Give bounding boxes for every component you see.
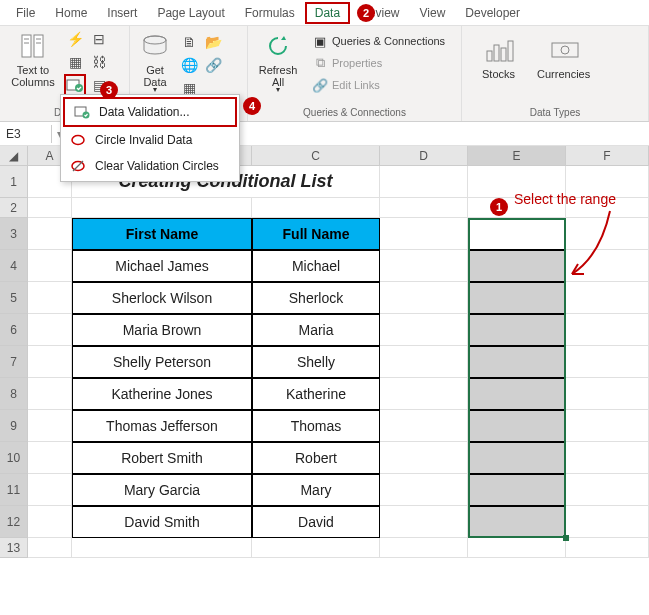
cell[interactable] — [28, 474, 72, 506]
cell[interactable] — [566, 506, 649, 538]
cell[interactable] — [380, 506, 468, 538]
cell[interactable] — [28, 314, 72, 346]
table-cell[interactable]: Maria Brown — [72, 314, 252, 346]
menu-circle-invalid[interactable]: Circle Invalid Data — [61, 127, 239, 153]
table-cell[interactable]: David — [252, 506, 380, 538]
cell[interactable] — [28, 198, 72, 218]
name-box[interactable]: E3 — [0, 125, 52, 143]
col-header-c[interactable]: C — [252, 146, 380, 166]
table-cell[interactable]: Mary Garcia — [72, 474, 252, 506]
tab-home[interactable]: Home — [45, 2, 97, 24]
cell[interactable] — [28, 378, 72, 410]
cell-selected-active[interactable] — [468, 218, 566, 250]
table-cell[interactable]: Shelly — [252, 346, 380, 378]
table-cell[interactable]: Katherine Jones — [72, 378, 252, 410]
row-header[interactable]: 4 — [0, 250, 28, 282]
cell[interactable] — [566, 314, 649, 346]
table-cell[interactable]: Mary — [252, 474, 380, 506]
row-header[interactable]: 13 — [0, 538, 28, 558]
row-header[interactable]: 5 — [0, 282, 28, 314]
cell[interactable] — [380, 474, 468, 506]
table-cell[interactable]: Thomas — [252, 410, 380, 442]
cell-selected[interactable] — [468, 410, 566, 442]
cell-selected[interactable] — [468, 378, 566, 410]
queries-connections-button[interactable]: ▣ Queries & Connections — [308, 31, 449, 51]
tab-data[interactable]: Data — [305, 2, 350, 24]
selection-handle[interactable] — [563, 535, 569, 541]
cell-selected[interactable] — [468, 506, 566, 538]
cell-selected[interactable] — [468, 282, 566, 314]
from-text-csv-button[interactable]: 🗎 — [178, 31, 200, 53]
menu-data-validation[interactable]: Data Validation... — [63, 97, 237, 127]
table-cell[interactable]: Michael James — [72, 250, 252, 282]
col-header-d[interactable]: D — [380, 146, 468, 166]
cell[interactable] — [380, 250, 468, 282]
row-header[interactable]: 8 — [0, 378, 28, 410]
tab-formulas[interactable]: Formulas — [235, 2, 305, 24]
cell-selected[interactable] — [468, 474, 566, 506]
cell-selected[interactable] — [468, 442, 566, 474]
table-cell[interactable]: Katherine — [252, 378, 380, 410]
cell[interactable] — [380, 166, 468, 198]
cell[interactable] — [566, 346, 649, 378]
cell[interactable] — [380, 538, 468, 558]
menu-clear-circles[interactable]: Clear Validation Circles — [61, 153, 239, 179]
cell[interactable] — [380, 314, 468, 346]
cell[interactable] — [28, 250, 72, 282]
cell[interactable] — [566, 378, 649, 410]
cell[interactable] — [72, 538, 252, 558]
tab-insert[interactable]: Insert — [97, 2, 147, 24]
cell[interactable] — [380, 378, 468, 410]
cell[interactable] — [380, 346, 468, 378]
flash-fill-button[interactable]: ⚡ — [64, 28, 86, 50]
refresh-all-button[interactable]: Refresh All ▾ — [252, 28, 304, 97]
cell[interactable] — [566, 282, 649, 314]
col-header-f[interactable]: F — [566, 146, 649, 166]
cell[interactable] — [380, 410, 468, 442]
tab-developer[interactable]: Developer — [455, 2, 530, 24]
table-cell[interactable]: Sherlock Wilson — [72, 282, 252, 314]
table-header-first-name[interactable]: First Name — [72, 218, 252, 250]
currencies-button[interactable]: Currencies — [533, 32, 594, 82]
tab-view[interactable]: View — [410, 2, 456, 24]
cell-selected[interactable] — [468, 346, 566, 378]
cell[interactable] — [566, 410, 649, 442]
tab-page-layout[interactable]: Page Layout — [147, 2, 234, 24]
table-cell[interactable]: Maria — [252, 314, 380, 346]
table-cell[interactable]: Shelly Peterson — [72, 346, 252, 378]
cell[interactable] — [28, 346, 72, 378]
cell[interactable] — [28, 282, 72, 314]
cell[interactable] — [28, 538, 72, 558]
table-cell[interactable]: Michael — [252, 250, 380, 282]
cell[interactable] — [28, 442, 72, 474]
existing-connections-button[interactable]: 🔗 — [202, 54, 224, 76]
row-header[interactable]: 12 — [0, 506, 28, 538]
cell-selected[interactable] — [468, 250, 566, 282]
table-cell[interactable]: Thomas Jefferson — [72, 410, 252, 442]
data-validation-button[interactable] — [64, 74, 86, 96]
table-cell[interactable]: Robert Smith — [72, 442, 252, 474]
cell[interactable] — [28, 506, 72, 538]
remove-duplicates-button[interactable]: ▦ — [64, 51, 86, 73]
stocks-button[interactable]: Stocks — [478, 32, 519, 82]
relationships-button[interactable]: ⛓ — [88, 51, 110, 73]
row-header[interactable]: 9 — [0, 410, 28, 442]
cell[interactable] — [380, 442, 468, 474]
cell[interactable] — [72, 198, 252, 218]
cell[interactable] — [380, 198, 468, 218]
row-header[interactable]: 7 — [0, 346, 28, 378]
cell[interactable] — [28, 218, 72, 250]
row-header[interactable]: 11 — [0, 474, 28, 506]
table-cell[interactable]: Robert — [252, 442, 380, 474]
row-header[interactable]: 2 — [0, 198, 28, 218]
cell-selected[interactable] — [468, 314, 566, 346]
cell[interactable] — [566, 538, 649, 558]
recent-sources-button[interactable]: 📂 — [202, 31, 224, 53]
tab-file[interactable]: File — [6, 2, 45, 24]
cell[interactable] — [252, 198, 380, 218]
table-cell[interactable]: Sherlock — [252, 282, 380, 314]
table-header-full-name[interactable]: Full Name — [252, 218, 380, 250]
col-header-e[interactable]: E — [468, 146, 566, 166]
cell[interactable] — [566, 474, 649, 506]
cell[interactable] — [380, 282, 468, 314]
